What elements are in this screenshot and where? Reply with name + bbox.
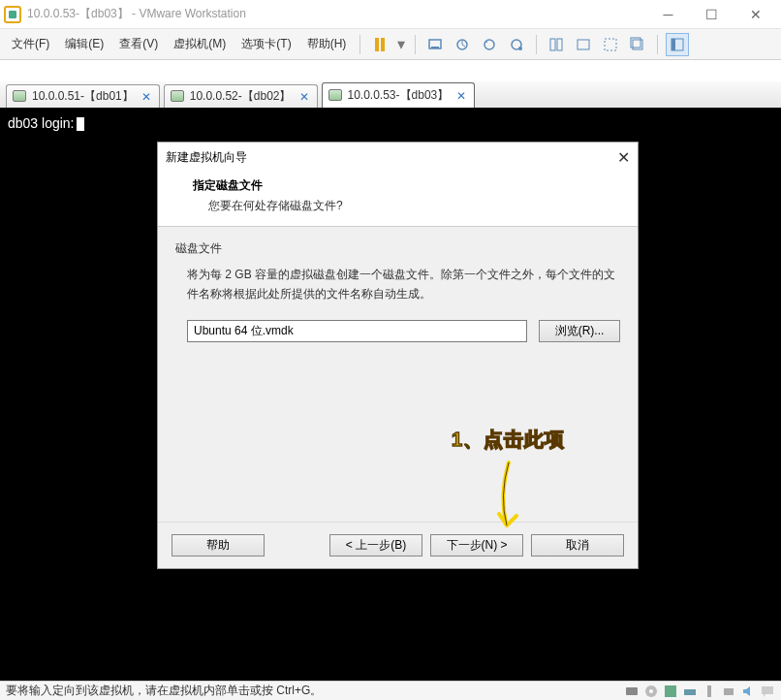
tab-close-icon[interactable]: ✕ [297,90,311,104]
dropdown-icon[interactable]: ▾ [395,33,407,56]
fit-guest-icon[interactable] [545,33,568,56]
svg-rect-13 [672,39,675,50]
svg-point-5 [518,47,522,50]
menu-tabs[interactable]: 选项卡(T) [234,32,298,56]
snapshot-manage-icon[interactable] [505,33,528,56]
disk-icon[interactable] [624,684,640,699]
tab-db03[interactable]: 10.0.0.53-【db03】 ✕ [322,82,476,108]
disk-filename-input[interactable] [187,320,527,342]
tab-label: 10.0.0.53-【db03】 [348,87,450,104]
svg-rect-18 [684,689,696,695]
tab-label: 10.0.0.51-【db01】 [32,88,134,105]
vm-icon [171,90,184,104]
svg-rect-6 [550,39,555,50]
console-text: db03 login: [8,115,75,131]
dialog-close-icon[interactable]: ✕ [617,148,630,167]
window-title: 10.0.0.53-【db03】 - VMware Workstation [27,6,646,22]
tab-db02[interactable]: 10.0.0.52-【db02】 ✕ [164,84,318,108]
dialog-subheading: 您要在何处存储磁盘文件? [193,198,622,214]
menu-file[interactable]: 文件(F) [4,32,57,56]
menu-help[interactable]: 帮助(H) [299,32,355,56]
svg-rect-17 [665,685,676,697]
close-button[interactable]: ✕ [734,0,777,29]
tab-db01[interactable]: 10.0.0.51-【db01】 ✕ [6,84,160,108]
menu-edit[interactable]: 编辑(E) [57,32,111,56]
menu-view[interactable]: 查看(V) [111,32,166,56]
message-icon[interactable] [760,684,775,699]
svg-rect-20 [724,688,734,695]
floppy-icon[interactable] [663,684,678,699]
cd-icon[interactable] [643,684,659,699]
svg-rect-1 [431,47,439,48]
window-buttons: ─ ☐ ✕ [646,0,777,29]
help-button[interactable]: 帮助 [172,534,265,557]
back-button[interactable]: < 上一步(B) [329,534,422,557]
app-icon [4,6,21,23]
disk-file-label: 磁盘文件 [175,240,620,257]
fullscreen-icon[interactable] [599,33,622,56]
separator [657,35,658,54]
disk-file-description: 将为每 2 GB 容量的虚拟磁盘创建一个磁盘文件。除第一个文件之外，每个文件的文… [175,265,620,304]
status-bar: 要将输入定向到该虚拟机，请在虚拟机内部单击或按 Ctrl+G。 [0,681,781,700]
dialog-body: 磁盘文件 将为每 2 GB 容量的虚拟磁盘创建一个磁盘文件。除第一个文件之外，每… [158,227,638,356]
menu-bar: 文件(F) 编辑(E) 查看(V) 虚拟机(M) 选项卡(T) 帮助(H) ▾ [0,29,781,60]
vm-icon [13,90,26,104]
separator [359,35,360,54]
vm-icon [328,89,342,103]
separator [536,35,537,54]
tab-label: 10.0.0.52-【db02】 [190,88,292,105]
dialog-titlebar: 新建虚拟机向导 ✕ [158,143,638,172]
dialog-header: 指定磁盘文件 您要在何处存储磁盘文件? [158,172,638,227]
send-ctrl-alt-del-icon[interactable] [423,33,447,56]
status-text: 要将输入定向到该虚拟机，请在虚拟机内部单击或按 Ctrl+G。 [6,683,322,699]
browse-button[interactable]: 浏览(R)... [539,320,620,342]
tab-strip: 10.0.0.51-【db01】 ✕ 10.0.0.52-【db02】 ✕ 10… [0,81,781,109]
tab-close-icon[interactable]: ✕ [140,90,153,104]
window-titlebar: 10.0.0.53-【db03】 - VMware Workstation ─ … [0,0,781,29]
usb-icon[interactable] [702,684,717,699]
svg-point-16 [649,689,653,693]
next-button[interactable]: 下一步(N) > [430,534,523,557]
maximize-button[interactable]: ☐ [690,0,734,29]
printer-icon[interactable] [721,684,736,699]
svg-rect-14 [626,687,638,695]
snapshot-revert-icon[interactable] [478,33,501,56]
dialog-footer: 帮助 < 上一步(B) 下一步(N) > 取消 [158,522,638,568]
minimize-button[interactable]: ─ [646,0,690,29]
separator [415,35,416,54]
cursor [77,117,84,131]
status-icons [624,684,775,699]
thumbnail-bar-icon[interactable] [666,33,689,56]
sound-icon[interactable] [740,684,756,699]
svg-rect-9 [605,39,616,50]
dialog-title: 新建虚拟机向导 [166,149,247,166]
svg-rect-21 [762,686,773,694]
unity-icon[interactable] [626,33,649,56]
cancel-button[interactable]: 取消 [531,534,624,557]
console-view-icon[interactable] [572,33,595,56]
tab-close-icon[interactable]: ✕ [454,89,468,103]
menu-vm[interactable]: 虚拟机(M) [166,32,234,56]
svg-rect-7 [557,39,562,50]
dialog-heading: 指定磁盘文件 [193,177,622,194]
snapshot-icon[interactable] [451,33,474,56]
network-icon[interactable] [682,684,698,699]
svg-rect-8 [578,40,589,49]
svg-rect-19 [707,685,711,697]
pause-button[interactable] [368,33,391,56]
new-vm-wizard-dialog: 新建虚拟机向导 ✕ 指定磁盘文件 您要在何处存储磁盘文件? 磁盘文件 将为每 2… [157,142,639,569]
